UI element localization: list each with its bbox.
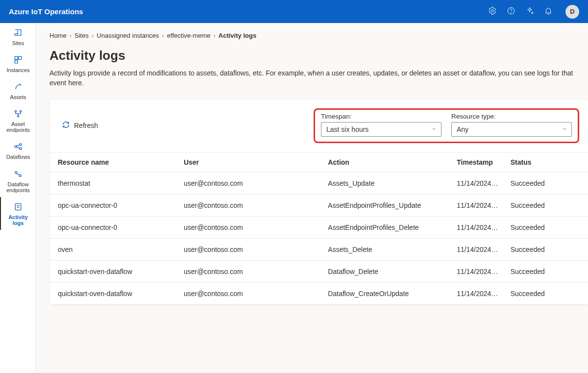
sidebar-item-sites[interactable]: Sites xyxy=(0,23,35,50)
svg-rect-14 xyxy=(15,203,21,210)
cell-timestamp: 11/14/2024… xyxy=(452,194,505,216)
endpoints-icon xyxy=(13,109,23,120)
filters-highlight: Timespan: Last six hours Resource type: … xyxy=(314,108,579,143)
sidebar-item-label: Sites xyxy=(12,40,24,46)
cell-status: Succeeded xyxy=(506,172,588,194)
timespan-label: Timespan: xyxy=(321,113,441,120)
content: Home › Sites › Unassigned instances › ef… xyxy=(36,23,588,373)
cell-timestamp: 11/14/2024… xyxy=(452,260,505,282)
breadcrumb-unassigned[interactable]: Unassigned instances xyxy=(97,32,159,39)
cell-action: Dataflow_Delete xyxy=(323,260,452,282)
breadcrumb-home[interactable]: Home xyxy=(49,32,67,39)
breadcrumb-current: Activity logs xyxy=(219,32,256,39)
flow-endpoints-icon xyxy=(13,169,23,180)
app-title[interactable]: Azure IoT Operations xyxy=(9,7,83,16)
top-right-actions: D xyxy=(488,5,579,19)
card-toolbar: Refresh Timespan: Last six hours Resourc… xyxy=(50,99,588,152)
activity-icon xyxy=(13,202,23,213)
sidebar-item-instances[interactable]: Instances xyxy=(0,50,35,77)
top-header: Azure IoT Operations D xyxy=(0,0,588,23)
breadcrumb-sites[interactable]: Sites xyxy=(74,32,89,39)
bell-icon[interactable] xyxy=(544,6,553,17)
cell-action: AssetEndpointProfiles_Update xyxy=(323,194,452,216)
sidebar-item-label: Instances xyxy=(6,67,29,73)
cell-resource: thermostat xyxy=(50,172,179,194)
sidebar-item-dataflows[interactable]: Dataflows xyxy=(0,137,35,164)
cell-status: Succeeded xyxy=(506,194,588,216)
table-row[interactable]: thermostatuser@contoso.comAssets_Update1… xyxy=(50,172,588,194)
table-row[interactable]: opc-ua-connector-0user@contoso.comAssetE… xyxy=(50,216,588,238)
table-row[interactable]: ovenuser@contoso.comAssets_Delete11/14/2… xyxy=(50,238,588,260)
svg-point-9 xyxy=(15,146,17,148)
cell-action: AssetEndpointProfiles_Delete xyxy=(323,216,452,238)
chevron-down-icon xyxy=(431,125,437,133)
col-action[interactable]: Action xyxy=(323,152,452,172)
cell-action: Assets_Update xyxy=(323,172,452,194)
arrow-icon xyxy=(13,82,23,93)
cell-action: Assets_Delete xyxy=(323,238,452,260)
sidebar-item-assets[interactable]: Assets xyxy=(0,77,35,104)
svg-rect-3 xyxy=(15,56,18,59)
table-row[interactable]: quickstart-oven-dataflowuser@contoso.com… xyxy=(50,282,588,304)
col-user[interactable]: User xyxy=(179,152,323,172)
sidebar-item-label: Activity logs xyxy=(8,214,28,226)
resource-type-filter: Resource type: Any xyxy=(451,113,572,137)
page-title: Activity logs xyxy=(49,48,588,63)
svg-rect-5 xyxy=(15,60,18,63)
resource-type-value: Any xyxy=(457,125,468,133)
svg-point-6 xyxy=(15,111,16,112)
cell-user: user@contoso.com xyxy=(179,238,323,260)
timespan-filter: Timespan: Last six hours xyxy=(321,113,441,137)
table-row[interactable]: quickstart-oven-dataflowuser@contoso.com… xyxy=(50,260,588,282)
timespan-value: Last six hours xyxy=(326,125,368,133)
cell-timestamp: 11/14/2024… xyxy=(452,216,505,238)
svg-point-7 xyxy=(20,111,21,112)
sidebar-item-dataflow-endpoints[interactable]: Dataflow endpoints xyxy=(0,164,35,197)
cell-user: user@contoso.com xyxy=(179,260,323,282)
sidebar-item-asset-endpoints[interactable]: Asset endpoints xyxy=(0,104,35,137)
cell-status: Succeeded xyxy=(506,216,588,238)
logs-card: Refresh Timespan: Last six hours Resourc… xyxy=(49,99,588,305)
book-icon xyxy=(13,28,23,39)
sidebar-item-label: Assets xyxy=(10,94,26,100)
cell-timestamp: 11/14/2024… xyxy=(452,282,505,304)
refresh-label: Refresh xyxy=(74,122,98,129)
cell-resource: quickstart-oven-dataflow xyxy=(50,260,179,282)
svg-point-13 xyxy=(19,174,21,176)
flow-icon xyxy=(13,142,23,152)
activity-log-table: Resource name User Action Timestamp Stat… xyxy=(50,152,588,305)
gear-icon[interactable] xyxy=(488,6,497,17)
instances-icon xyxy=(13,55,23,66)
sidebar: Sites Instances Assets Asset endpoints D… xyxy=(0,23,36,373)
col-status[interactable]: Status xyxy=(506,152,588,172)
svg-point-0 xyxy=(491,10,494,12)
svg-rect-4 xyxy=(19,56,22,59)
table-row[interactable]: opc-ua-connector-0user@contoso.comAssetE… xyxy=(50,194,588,216)
cell-resource: opc-ua-connector-0 xyxy=(50,216,179,238)
col-resource-name[interactable]: Resource name xyxy=(50,152,179,172)
svg-point-2 xyxy=(511,12,512,13)
cell-user: user@contoso.com xyxy=(179,194,323,216)
help-icon[interactable] xyxy=(507,6,515,17)
cell-action: Dataflow_CreateOrUpdate xyxy=(323,282,452,304)
cell-resource: oven xyxy=(50,238,179,260)
cell-user: user@contoso.com xyxy=(179,216,323,238)
resource-type-select[interactable]: Any xyxy=(451,122,572,137)
svg-point-11 xyxy=(20,148,22,150)
page-description: Activity logs provide a record of modifi… xyxy=(49,68,588,88)
sidebar-item-activity-logs[interactable]: Activity logs xyxy=(0,197,35,230)
sidebar-item-label: Dataflow endpoints xyxy=(6,181,30,193)
cell-timestamp: 11/14/2024… xyxy=(452,238,505,260)
timespan-select[interactable]: Last six hours xyxy=(321,122,441,137)
sidebar-item-label: Dataflows xyxy=(6,154,30,160)
svg-point-8 xyxy=(17,116,19,117)
refresh-button[interactable]: Refresh xyxy=(57,121,98,130)
sparkle-icon[interactable] xyxy=(525,6,534,17)
col-timestamp[interactable]: Timestamp xyxy=(452,152,505,172)
avatar[interactable]: D xyxy=(565,5,579,19)
breadcrumb-instance[interactable]: effective-meme xyxy=(167,32,211,39)
resource-type-label: Resource type: xyxy=(451,113,572,120)
cell-resource: quickstart-oven-dataflow xyxy=(50,282,179,304)
cell-status: Succeeded xyxy=(506,282,588,304)
breadcrumb: Home › Sites › Unassigned instances › ef… xyxy=(49,32,588,39)
